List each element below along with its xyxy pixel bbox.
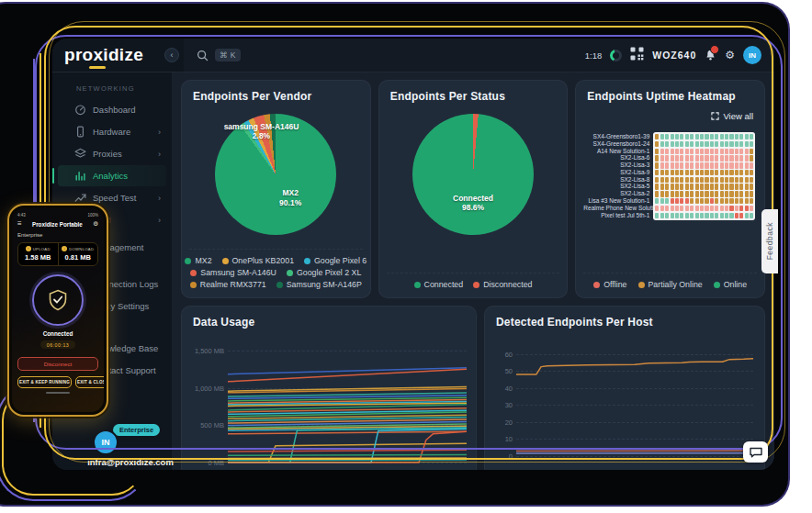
heatmap-cell [739, 149, 743, 154]
sidebar-item-proxies[interactable]: Proxies› [58, 143, 166, 164]
sidebar-avatar[interactable]: IN [93, 429, 118, 455]
heatmap-cell [705, 184, 708, 189]
pie-slice-label: samsung SM-A146U2.8% [224, 122, 299, 141]
heatmap-cell [729, 155, 733, 161]
heatmap-cell [655, 134, 659, 139]
exit-keep-running-button[interactable]: EXIT & KEEP RUNNING [17, 376, 72, 388]
sidebar-item-label: Dashboard [93, 105, 135, 115]
heatmap-cell [739, 141, 743, 147]
status-pie-chart: Connected98.6% [412, 114, 534, 235]
sidebar-section-label: NETWORKING [76, 84, 172, 93]
heatmap-cell [715, 177, 718, 183]
heatmap-cell [685, 170, 689, 175]
heatmap-row-label: SX2-Lisa-5 [583, 184, 653, 189]
heatmap-cell [671, 170, 674, 175]
heatmap-cell [700, 134, 704, 139]
heatmap-row [655, 198, 753, 204]
heatmap-cell [745, 184, 749, 189]
sidebar-item-dashboard[interactable]: Dashboard [58, 99, 166, 120]
heatmap-cell [750, 198, 753, 204]
user-avatar[interactable]: IN [743, 46, 761, 64]
heatmap-row-label: SX4-Greensboro1-24 [583, 141, 653, 147]
notification-badge [710, 45, 719, 54]
heatmap-cell [720, 170, 724, 175]
heatmap-cell [675, 162, 679, 168]
heatmap-cell [671, 141, 674, 147]
sidebar-item-label: Hardware [93, 127, 130, 137]
view-all-button[interactable]: View all [711, 111, 753, 121]
qr-code-icon[interactable] [630, 47, 644, 64]
data-usage-chart [228, 343, 467, 463]
phone-session-timer: 06:00:13 [40, 340, 76, 349]
legend-dot-icon [414, 282, 421, 288]
heatmap-row [655, 213, 753, 218]
phone-clock: 4:43 [17, 213, 26, 217]
heatmap-cell [671, 213, 674, 218]
card-endpoints-per-vendor: Endpoints Per Vendor samsung SM-A146U2.8… [181, 80, 371, 298]
heatmap-cell [690, 155, 694, 161]
heatmap-cell [750, 162, 753, 168]
heatmap-cell [750, 134, 753, 139]
y-axis-tick-label: 1,000 MB [195, 384, 224, 392]
sidebar-item-hardware[interactable]: Hardware› [58, 121, 166, 142]
heatmap-cell [720, 162, 724, 168]
heatmap-cell [739, 213, 743, 218]
legend-item: Realme RMX3771 [190, 280, 266, 289]
heatmap-cell [739, 134, 743, 139]
y-axis-tick-label: 1,500 MB [195, 347, 224, 355]
heatmap-cell [665, 134, 669, 139]
heatmap-row [655, 191, 753, 196]
heatmap-cell [690, 134, 694, 139]
legend-dot-icon [593, 282, 600, 288]
feedback-tab[interactable]: Feedback [761, 209, 778, 273]
heatmap-cell [735, 206, 739, 211]
status-legend: ConnectedDisconnected [387, 273, 560, 289]
gear-icon[interactable]: ⚙ [725, 50, 735, 61]
home-indicator [46, 392, 70, 394]
heatmap-cell [729, 177, 733, 183]
heatmap-cell [660, 155, 664, 161]
heatmap-cell [729, 149, 733, 154]
heatmap-cell [715, 213, 718, 218]
heatmap-cell [710, 134, 714, 139]
heatmap-cell [705, 206, 708, 211]
heatmap-cell [735, 184, 739, 189]
heatmap-cell [705, 141, 708, 147]
heatmap-cell [665, 149, 669, 154]
heatmap-cell [685, 213, 689, 218]
expand-icon [711, 112, 719, 120]
legend-item: Samsung SM-A146U [190, 268, 276, 277]
heatmap-cell [729, 213, 733, 218]
chat-widget-button[interactable] [743, 441, 768, 463]
heatmap-cell [715, 134, 718, 139]
y-axis-tick-label: 0 MB [208, 459, 224, 467]
disconnect-button[interactable]: Disconnect [17, 357, 98, 371]
heatmap-cell [750, 141, 753, 147]
download-icon: ↓ [62, 246, 67, 251]
plan-badge: Enterprise [113, 424, 160, 436]
heatmap-cell [680, 198, 683, 204]
heatmap-cell [739, 177, 743, 183]
phone-gear-icon[interactable]: ⚙ [93, 221, 98, 228]
heatmap-cell [720, 177, 724, 183]
heatmap-cell [745, 170, 749, 175]
heatmap-cell [710, 213, 714, 218]
sidebar-item-analytics[interactable]: Analytics [58, 165, 166, 186]
heatmap-cell [745, 198, 749, 204]
pie-slice-label: MX290.1% [279, 189, 301, 208]
heatmap-cell [739, 170, 743, 175]
exit-close-button[interactable]: EXIT & CLOSE [75, 376, 104, 388]
phone-plan-label: Enterprise [17, 232, 98, 238]
heatmap-cell [680, 141, 683, 147]
sidebar-collapse-button[interactable]: ‹ [164, 48, 179, 62]
heatmap-cell [660, 177, 664, 183]
heatmap-cell [735, 134, 739, 139]
heatmap-cell [695, 134, 699, 139]
y-axis-tick-label: 30 [505, 401, 513, 409]
heatmap-cell [680, 191, 683, 196]
line-series [228, 454, 467, 455]
heatmap-cell [675, 184, 679, 189]
search-icon[interactable] [197, 50, 209, 61]
card-title: Endpoints Per Vendor [193, 90, 359, 103]
notification-bell-icon[interactable] [705, 49, 716, 61]
